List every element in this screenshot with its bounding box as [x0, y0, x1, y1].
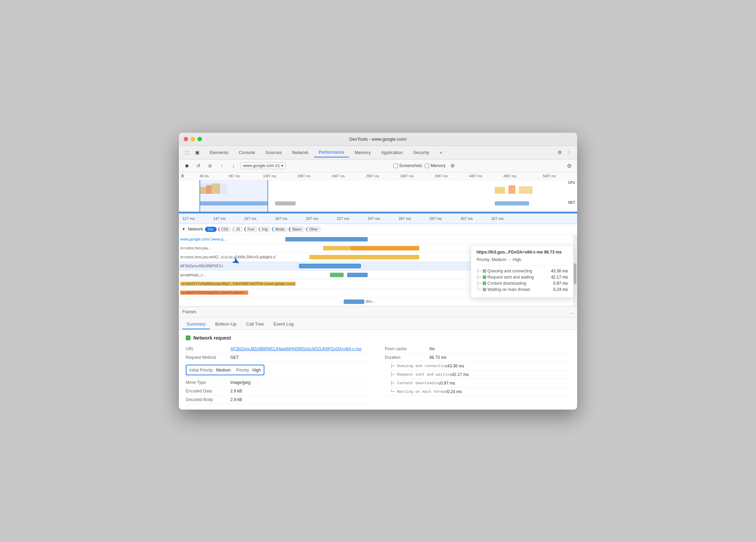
filter-css[interactable]: CSS	[218, 227, 231, 232]
zoom-mark-1: 147 ms	[213, 216, 226, 221]
filter-wasm[interactable]: Wasm	[289, 227, 305, 232]
tab-console[interactable]: Console	[234, 148, 260, 157]
zoom-mark-10: 327 ms	[491, 216, 504, 221]
ruler-mark-8: 4487 ms	[469, 174, 482, 178]
tab-bottom-up[interactable]: Bottom-Up	[211, 319, 241, 329]
priority-value: High	[252, 368, 261, 373]
detail-cache-row: From cache No	[385, 345, 570, 353]
cursor-icon[interactable]: ⬚	[182, 148, 191, 157]
title-bar: DevTools - www.google.com/	[179, 133, 577, 146]
filter-media[interactable]: Media	[272, 227, 287, 232]
download-icon[interactable]: ↓	[229, 161, 238, 170]
timing-value-0: 43.36 ms	[447, 364, 464, 368]
network-collapse-icon[interactable]: ▼	[182, 227, 186, 232]
network-header: ▼ Network Doc CSS JS Font Img Media Wasm…	[179, 224, 577, 235]
pause-icon[interactable]: ⏸	[180, 173, 185, 178]
tab-elements[interactable]: Elements	[205, 148, 233, 157]
screenshots-checkbox-group: Screenshots	[393, 163, 422, 168]
method-value: GET	[230, 355, 239, 360]
perf-settings-icon[interactable]: ⚙	[565, 161, 574, 170]
detail-priority-row: Initial Priority Medium Priority High	[186, 362, 371, 378]
tab-application[interactable]: Application	[376, 148, 408, 157]
bar-4b	[347, 273, 368, 277]
timing-label-0: ├─ Queuing and connecting	[390, 364, 447, 368]
row-label-4: googlelogo_c...	[180, 273, 206, 277]
detail-duration-row: Duration 86.73 ms	[385, 353, 570, 362]
ruler-mark-6: 3487 ms	[400, 174, 413, 178]
filter-other[interactable]: Other	[306, 227, 321, 232]
tab-event-log[interactable]: Event Log	[270, 319, 298, 329]
network-rows: www.google.com/ (www.g... m=cdos,hsm,jsa…	[179, 235, 577, 306]
tab-memory[interactable]: Memory	[350, 148, 376, 157]
filter-font[interactable]: Font	[244, 227, 257, 232]
mime-value: image/jpeg	[230, 380, 251, 385]
selection-highlight	[199, 180, 268, 213]
tab-more[interactable]: »	[435, 148, 447, 157]
reload-icon[interactable]: ↺	[194, 161, 203, 170]
detail-panel: Network request URL AF2bZyivvJ92o5BiPi0C…	[179, 330, 577, 410]
svg-rect-5	[508, 185, 515, 194]
table-row[interactable]: des...	[179, 297, 577, 306]
url-value[interactable]: AF2bZyivvJ92o5BiPi0CLlHaqa5IHNOi6SrpLrbf…	[230, 346, 362, 351]
overview-timeline: ⏸ 48 ms 987 ms 1487 ms 1987 ms 2487 ms 2…	[179, 173, 577, 214]
initial-priority-key: Initial Priority	[189, 368, 213, 373]
timing-value-1: 42.17 ms	[452, 372, 469, 377]
detail-mime-row: Mime Type image/jpeg	[186, 378, 371, 387]
detail-url-row: URL AF2bZyivvJ92o5BiPi0CLlHaqa5IHNOi6Srp…	[186, 345, 371, 353]
method-key: Request Method	[186, 355, 230, 360]
filter-js[interactable]: JS	[232, 227, 243, 232]
traffic-lights	[184, 137, 202, 141]
upload-icon[interactable]: ↑	[217, 161, 226, 170]
detail-decoded-row: Decoded Body 2.9 kB	[186, 396, 371, 404]
tab-summary[interactable]: Summary	[182, 319, 210, 329]
tab-security[interactable]: Security	[408, 148, 434, 157]
duration-value: 86.73 ms	[429, 355, 446, 360]
screenshots-checkbox[interactable]	[393, 164, 398, 168]
tooltip-duration: 86.73 ms	[544, 250, 562, 255]
clear-icon[interactable]: ⊘	[206, 161, 215, 170]
maximize-button[interactable]	[197, 137, 202, 141]
memory-checkbox[interactable]	[425, 164, 429, 168]
zoom-mark-3: 187 ms	[275, 216, 287, 221]
ruler-mark-5: 2987 ms	[366, 174, 379, 178]
tooltip-url: https://lh3.goo...FGxOA=s64-c-mo 86.73 m…	[477, 250, 568, 255]
bottom-tabs: Summary Bottom-Up Call Tree Event Log	[179, 317, 577, 330]
bar-7	[344, 299, 364, 304]
record-icon[interactable]: ⏺	[182, 161, 191, 170]
zoom-mark-6: 247 ms	[368, 216, 380, 221]
tab-sources[interactable]: Sources	[261, 148, 287, 157]
bar-1b	[351, 246, 419, 250]
more-options-icon[interactable]: ⋮	[565, 148, 574, 157]
tab-call-tree[interactable]: Call Tree	[242, 319, 268, 329]
tooltip-row-0: ├─ Queuing and connecting 43.36 ms	[477, 269, 568, 273]
filter-img[interactable]: Img	[259, 227, 271, 232]
capture-icon[interactable]: ⚙	[448, 161, 457, 170]
memory-label: Memory	[431, 163, 445, 168]
timing-label-2: ├─ Content downloading	[390, 381, 440, 385]
cache-key: From cache	[385, 346, 429, 351]
close-button[interactable]	[184, 137, 188, 141]
device-icon[interactable]: ▣	[193, 148, 202, 157]
dropdown-arrow: ▾	[281, 163, 283, 168]
detail-timing-2: ├─ Content downloading 0.97 ms	[385, 379, 570, 388]
detail-right-col: From cache No Duration 86.73 ms ├─ Queui…	[385, 345, 570, 404]
network-section-label: Network	[188, 227, 203, 232]
url-selector[interactable]: www.google.com #1 ▾	[241, 162, 286, 169]
ruler-mark-1: 987 ms	[229, 174, 240, 178]
tab-performance[interactable]: Performance	[314, 148, 349, 157]
zoom-mark-5: 227 ms	[337, 216, 349, 221]
encoded-key: Encoded Data	[186, 389, 230, 393]
ruler-mark-2: 1487 ms	[263, 174, 276, 178]
network-tooltip: https://lh3.goo...FGxOA=s64-c-mo 86.73 m…	[471, 245, 574, 298]
minimize-button[interactable]	[191, 137, 195, 141]
table-row[interactable]: www.google.com/ (www.g...	[179, 235, 577, 244]
settings-icon[interactable]: ⚙	[555, 148, 564, 157]
main-toolbar: ⬚ ▣ Elements Console Sources Network Per…	[179, 146, 577, 160]
svg-rect-6	[519, 186, 532, 194]
frames-more-icon[interactable]: ...	[569, 309, 574, 315]
ruler-mark-9: 4987 ms	[503, 174, 516, 178]
tab-network[interactable]: Network	[287, 148, 313, 157]
url-value: www.google.com #1	[243, 163, 280, 168]
filter-doc[interactable]: Doc	[205, 227, 217, 232]
scrollbar-thumb[interactable]	[574, 263, 576, 284]
